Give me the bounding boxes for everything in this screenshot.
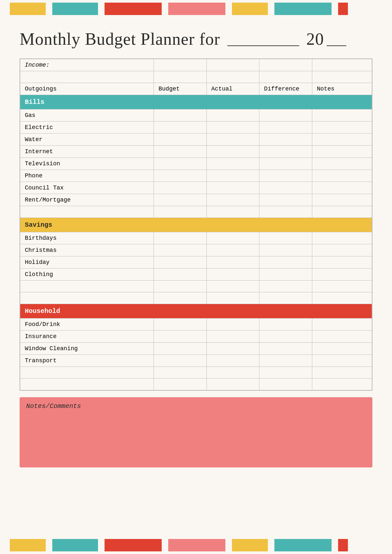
water-label: Water (20, 134, 154, 146)
council-tax-notes[interactable] (312, 182, 372, 194)
council-tax-diff[interactable] (259, 182, 312, 194)
window-cleaning-diff[interactable] (259, 343, 312, 355)
row-television: Television (20, 158, 372, 170)
gas-actual[interactable] (206, 109, 259, 122)
col-outgoings: Outgoings (20, 83, 154, 95)
television-notes[interactable] (312, 158, 372, 170)
insurance-budget[interactable] (154, 331, 207, 343)
transport-diff[interactable] (259, 355, 312, 367)
holiday-actual[interactable] (206, 256, 259, 269)
row-internet: Internet (20, 146, 372, 158)
holiday-budget[interactable] (154, 256, 207, 269)
income-actual[interactable] (206, 59, 259, 71)
col-difference: Difference (259, 83, 312, 95)
bills-label: Bills (20, 95, 372, 109)
bar-bottom-teal-1 (52, 539, 98, 551)
insurance-notes[interactable] (312, 331, 372, 343)
bar-yellow-2 (232, 3, 268, 15)
water-actual[interactable] (206, 134, 259, 146)
food-notes[interactable] (312, 318, 372, 331)
bar-bottom-red-2 (338, 539, 348, 551)
water-notes[interactable] (312, 134, 372, 146)
window-cleaning-budget[interactable] (154, 343, 207, 355)
notes-content-area[interactable] (26, 413, 366, 462)
income-label: Income: (20, 59, 154, 71)
notes-comments-section: Notes/Comments (20, 397, 372, 467)
rent-diff[interactable] (259, 194, 312, 206)
budget-table-container: Income: Outgoings Budget Actual Differen… (20, 58, 372, 391)
transport-actual[interactable] (206, 355, 259, 367)
income-row: Income: (20, 59, 372, 71)
bottom-color-bar (0, 538, 392, 554)
rent-notes[interactable] (312, 194, 372, 206)
internet-budget[interactable] (154, 146, 207, 158)
clothing-diff[interactable] (259, 269, 312, 281)
rent-actual[interactable] (206, 194, 259, 206)
birthdays-notes[interactable] (312, 232, 372, 244)
council-tax-budget[interactable] (154, 182, 207, 194)
bar-bottom-pink-1 (168, 539, 225, 551)
phone-notes[interactable] (312, 170, 372, 182)
food-diff[interactable] (259, 318, 312, 331)
electric-notes[interactable] (312, 122, 372, 134)
christmas-actual[interactable] (206, 244, 259, 256)
bar-bottom-red-1 (105, 539, 162, 551)
water-budget[interactable] (154, 134, 207, 146)
television-diff[interactable] (259, 158, 312, 170)
month-blank[interactable] (227, 26, 299, 46)
holiday-notes[interactable] (312, 256, 372, 269)
christmas-notes[interactable] (312, 244, 372, 256)
window-cleaning-notes[interactable] (312, 343, 372, 355)
gas-budget[interactable] (154, 109, 207, 122)
bar-yellow-1 (10, 3, 46, 15)
empty-savings-2 (20, 292, 372, 304)
phone-budget[interactable] (154, 170, 207, 182)
row-water: Water (20, 134, 372, 146)
gas-notes[interactable] (312, 109, 372, 122)
television-budget[interactable] (154, 158, 207, 170)
holiday-diff[interactable] (259, 256, 312, 269)
phone-diff[interactable] (259, 170, 312, 182)
clothing-notes[interactable] (312, 269, 372, 281)
electric-budget[interactable] (154, 122, 207, 134)
bar-red-1 (105, 3, 162, 15)
birthdays-actual[interactable] (206, 232, 259, 244)
column-headers: Outgoings Budget Actual Difference Notes (20, 83, 372, 95)
transport-budget[interactable] (154, 355, 207, 367)
birthdays-diff[interactable] (259, 232, 312, 244)
insurance-diff[interactable] (259, 331, 312, 343)
income-budget[interactable] (154, 59, 207, 71)
electric-actual[interactable] (206, 122, 259, 134)
page-title: Monthly Budget Planner for 20 (20, 30, 349, 48)
internet-notes[interactable] (312, 146, 372, 158)
birthdays-budget[interactable] (154, 232, 207, 244)
clothing-budget[interactable] (154, 269, 207, 281)
christmas-budget[interactable] (154, 244, 207, 256)
income-notes[interactable] (312, 59, 372, 71)
rent-budget[interactable] (154, 194, 207, 206)
electric-diff[interactable] (259, 122, 312, 134)
television-actual[interactable] (206, 158, 259, 170)
transport-notes[interactable] (312, 355, 372, 367)
council-tax-actual[interactable] (206, 182, 259, 194)
year-blank[interactable] (327, 26, 346, 46)
bar-pink-1 (168, 3, 225, 15)
clothing-actual[interactable] (206, 269, 259, 281)
phone-actual[interactable] (206, 170, 259, 182)
internet-actual[interactable] (206, 146, 259, 158)
empty-row-1 (20, 71, 372, 83)
bar-bottom-yellow-2 (232, 539, 268, 551)
title-area: Monthly Budget Planner for 20 (0, 16, 392, 55)
section-household-header: Household (20, 304, 372, 318)
internet-diff[interactable] (259, 146, 312, 158)
christmas-diff[interactable] (259, 244, 312, 256)
food-actual[interactable] (206, 318, 259, 331)
window-cleaning-actual[interactable] (206, 343, 259, 355)
food-budget[interactable] (154, 318, 207, 331)
gas-diff[interactable] (259, 109, 312, 122)
insurance-actual[interactable] (206, 331, 259, 343)
bar-teal-2 (274, 3, 332, 15)
water-diff[interactable] (259, 134, 312, 146)
row-phone: Phone (20, 170, 372, 182)
income-diff[interactable] (259, 59, 312, 71)
